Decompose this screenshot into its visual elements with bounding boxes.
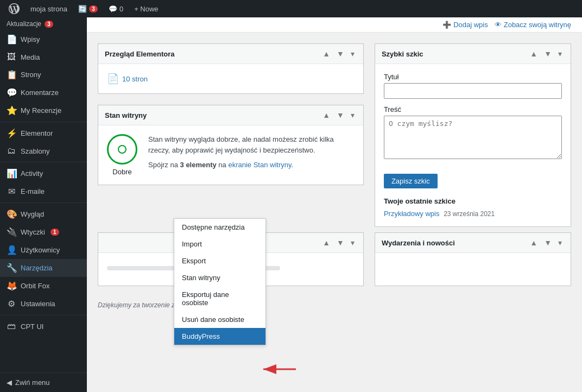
dodaj-wpis-link[interactable]: ➕ Dodaj wpis: [442, 21, 488, 29]
status-desc-main: Stan witryny wygląda dobrze, ale nadal m…: [148, 135, 334, 154]
dropdown-stan-witryny[interactable]: Stan witryny: [174, 269, 265, 286]
footer: Dziękujemy za tworzenie za pomocą WordPr…: [87, 297, 582, 313]
sidebar-label-activity: Activity: [21, 169, 43, 178]
content-field-group: Treść: [384, 105, 562, 167]
sidebar-item-ustawienia[interactable]: ⚙ Ustawienia: [0, 295, 87, 313]
dropdown-eksportuj-dane[interactable]: Eksportuj daneosobiste: [174, 286, 265, 311]
admin-bar-new[interactable]: + Nowe: [130, 0, 162, 17]
site-status: Dobre Stan witryny wygląda dobrze, ale n…: [107, 134, 355, 176]
zobacz-witryne-link[interactable]: 👁 Zobacz swoją witrynę: [495, 21, 571, 29]
panel-events-close[interactable]: ▾: [556, 237, 564, 248]
new-label: + Nowe: [134, 5, 158, 13]
panel-szkic-title: Szybki szkic: [382, 50, 423, 58]
last-drafts: Twoje ostatnie szkice Przykładowy wpis 2…: [384, 197, 562, 218]
dropdown-label-eksportuj: Eksportuj daneosobiste: [182, 290, 229, 307]
narzedzia-dropdown: Dostępne narzędzia Import Eksport Stan w…: [174, 218, 266, 345]
panel-stan-up[interactable]: ▲: [320, 110, 332, 121]
sidebar-item-szablony[interactable]: 🗂 Szablony: [0, 142, 87, 160]
sidebar: Aktualizacje 3 📄 Wpisy 🖼 Media 📋 Strony …: [0, 17, 87, 392]
draft-link[interactable]: Przykładowy wpis: [384, 210, 441, 218]
cta-middle: na: [217, 161, 229, 169]
sidebar-label-media: Media: [21, 53, 40, 61]
collapse-menu[interactable]: ◀ Zwiń menu: [0, 372, 87, 392]
wp-logo[interactable]: [4, 3, 24, 14]
orbit-fox-icon: 🦊: [7, 281, 16, 291]
panel-stan-down[interactable]: ▼: [334, 110, 346, 121]
sidebar-item-media[interactable]: 🖼 Media: [0, 48, 87, 66]
sidebar-item-orbit-fox[interactable]: 🦊 Orbit Fox: [0, 277, 87, 295]
panel-stan-close[interactable]: ▾: [349, 110, 357, 121]
e-maile-icon: ✉: [7, 186, 16, 197]
panel-szkic-down[interactable]: ▼: [542, 48, 554, 59]
panel-events-down[interactable]: ▼: [542, 237, 554, 248]
sidebar-item-cpt-ui[interactable]: 🗃 CPT UI: [0, 318, 87, 335]
sidebar-item-elementor[interactable]: ⚡ Elementor: [0, 124, 87, 142]
elementor-icon: ⚡: [7, 128, 16, 138]
sidebar-sep-4: [0, 315, 87, 315]
pages-count: 10 stron: [122, 75, 148, 83]
panel-stan-witryny: Stan witryny ▲ ▼ ▾: [98, 105, 364, 185]
dropdown-usun-dane[interactable]: Usuń dane osobiste: [174, 311, 265, 328]
panel-elementora-close[interactable]: ▾: [349, 48, 357, 59]
wtyczki-icon: 🔌: [7, 227, 16, 237]
panel-szkic-header: Szybki szkic ▲ ▼ ▾: [375, 44, 571, 64]
sidebar-item-strony[interactable]: 📋 Strony: [0, 66, 87, 84]
panel-events-up[interactable]: ▲: [528, 237, 540, 248]
sidebar-item-wyglad[interactable]: 🎨 Wygląd: [0, 205, 87, 223]
eye-icon: 👁: [495, 21, 502, 29]
sidebar-updates[interactable]: Aktualizacje 3: [0, 17, 87, 30]
comments-icon: 💬: [109, 5, 117, 13]
sidebar-item-my-recenzje[interactable]: ⭐ My Recenzje: [0, 102, 87, 119]
sidebar-updates-badge: 3: [45, 21, 53, 28]
updates-icon: 🔄: [78, 5, 87, 13]
sidebar-item-activity[interactable]: 📊 Activity: [0, 165, 87, 182]
activity-icon: 📊: [7, 168, 16, 179]
sidebar-sep-3: [0, 203, 87, 203]
panel-szkic-up[interactable]: ▲: [528, 48, 540, 59]
dropdown-label-eksport: Eksport: [182, 257, 206, 265]
komentarze-icon: 💬: [7, 87, 16, 98]
panel-bottom-up[interactable]: ▲: [320, 237, 332, 248]
panel-stan-controls: ▲ ▼ ▾: [320, 110, 357, 121]
sidebar-label-wtyczki: Wtyczki: [21, 228, 45, 236]
dropdown-buddypress[interactable]: BuddyPress: [174, 328, 265, 345]
sidebar-item-e-maile[interactable]: ✉ E-maile: [0, 182, 87, 200]
save-draft-label: Zapisz szkic: [391, 177, 430, 185]
content-textarea[interactable]: [384, 116, 562, 159]
pages-link[interactable]: 10 stron: [122, 75, 148, 83]
sidebar-item-narzedzia[interactable]: 🔧 Narzędzia: [0, 259, 87, 277]
elementora-pages-stat: 📄 10 stron: [107, 73, 148, 85]
panel-szkic-close[interactable]: ▾: [556, 48, 564, 59]
sidebar-item-wpisy[interactable]: 📄 Wpisy: [0, 30, 87, 48]
panel-elementora: Przegląd Elementora ▲ ▼ ▾ 📄 10: [98, 43, 364, 94]
panel-bottom-close[interactable]: ▾: [349, 237, 357, 248]
title-input[interactable]: [384, 83, 562, 99]
sidebar-label-cpt-ui: CPT UI: [21, 323, 43, 331]
sidebar-item-komentarze[interactable]: 💬 Komentarze: [0, 84, 87, 102]
content-label: Treść: [384, 105, 562, 113]
dropdown-dostepne-narzedzia[interactable]: Dostępne narzędzia: [174, 219, 265, 236]
wtyczki-badge: 1: [50, 229, 59, 236]
site-name: moja strona: [30, 5, 67, 13]
cta-prefix: Spójrz na: [148, 161, 180, 169]
admin-bar-site[interactable]: moja strona: [26, 0, 72, 17]
cta-link-text: ekranie Stan witryny: [228, 161, 291, 169]
panels-row-2: ▲ ▼ ▾ Wydarzenia i nowości: [87, 232, 582, 297]
save-draft-button[interactable]: Zapisz szkic: [384, 174, 438, 188]
sidebar-sep-2: [0, 162, 87, 162]
updates-label: Aktualizacje: [7, 20, 41, 28]
sidebar-item-wtyczki[interactable]: 🔌 Wtyczki 1: [0, 223, 87, 241]
panel-elementora-down[interactable]: ▼: [334, 48, 346, 59]
dropdown-import[interactable]: Import: [174, 236, 265, 252]
content-area: ➕ Dodaj wpis 👁 Zobacz swoją witrynę Prze…: [87, 17, 582, 392]
dropdown-eksport[interactable]: Eksport: [174, 252, 265, 269]
panels-row-1: Przegląd Elementora ▲ ▼ ▾ 📄 10: [87, 33, 582, 232]
panel-stan-title: Stan witryny: [105, 111, 147, 119]
sidebar-item-uzytkownicy[interactable]: 👤 Użytkownicy: [0, 241, 87, 259]
admin-bar-comments[interactable]: 💬 0: [104, 0, 128, 17]
panel-elementora-up[interactable]: ▲: [320, 48, 332, 59]
panel-szkic-controls: ▲ ▼ ▾: [528, 48, 564, 59]
admin-bar-updates[interactable]: 🔄 3: [74, 0, 102, 17]
cta-link[interactable]: ekranie Stan witryny: [228, 161, 291, 169]
panel-bottom-down[interactable]: ▼: [334, 237, 346, 248]
